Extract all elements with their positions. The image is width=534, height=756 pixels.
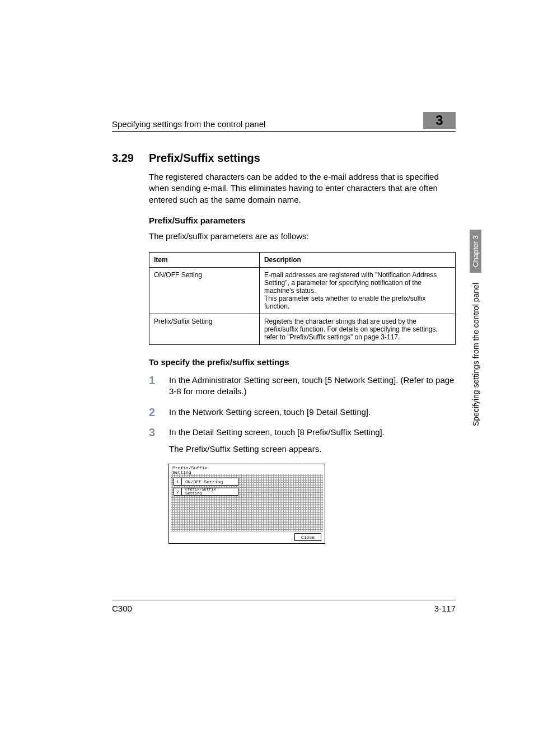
step-number: 3	[149, 427, 159, 455]
parameters-heading: Prefix/Suffix parameters	[149, 216, 456, 225]
page: Specifying settings from the control pan…	[0, 0, 534, 756]
step-text: In the Detail Setting screen, touch [8 P…	[169, 427, 385, 455]
cell-desc: E-mail addresses are registered with "No…	[259, 268, 455, 314]
page-footer: C300 3-117	[112, 600, 456, 613]
cell-desc: Registers the character strings that are…	[259, 314, 455, 345]
screenshot-close-button: Close	[294, 533, 321, 541]
side-tab-group: Chapter 3 Specifying settings from the c…	[470, 230, 481, 426]
step-subtext: The Prefix/Suffix Setting screen appears…	[169, 444, 385, 455]
chapter-number: 3	[435, 113, 443, 128]
screenshot-button-label: Prefix/Suffix Setting	[182, 488, 219, 496]
screenshot-button-number: 1	[174, 478, 182, 485]
col-header-description: Description	[259, 253, 455, 268]
procedure-heading: To specify the prefix/suffix settings	[149, 357, 456, 367]
step: 3 In the Detail Setting screen, touch [8…	[149, 427, 456, 455]
table-row: ON/OFF Setting E-mail addresses are regi…	[149, 268, 456, 314]
running-header: Specifying settings from the control pan…	[112, 112, 456, 132]
cell-item: ON/OFF Setting	[149, 268, 260, 314]
section-title: Prefix/Suffix settings	[149, 152, 260, 165]
procedure-steps: 1 In the Administrator Setting screen, t…	[149, 375, 456, 455]
step-number: 2	[149, 407, 159, 418]
chapter-tab: Chapter 3	[470, 230, 481, 273]
screenshot-button-number: 2	[174, 488, 182, 495]
screenshot-button-prefixsuffix: 2 Prefix/Suffix Setting	[174, 488, 238, 496]
screenshot-title: Prefix/Suffix Setting	[172, 466, 207, 475]
table-row: Prefix/Suffix Setting Registers the char…	[149, 314, 456, 345]
body-column: The registered characters can be added t…	[149, 171, 456, 544]
footer-page-number: 3-117	[434, 604, 456, 613]
step-text: In the Network Setting screen, touch [9 …	[169, 407, 371, 418]
parameters-lead: The prefix/suffix parameters are as foll…	[149, 231, 456, 242]
section-heading-row: 3.29 Prefix/Suffix settings	[112, 152, 456, 165]
step-number: 1	[149, 375, 159, 398]
step: 1 In the Administrator Setting screen, t…	[149, 375, 456, 398]
section-number: 3.29	[112, 152, 140, 165]
table-header-row: Item Description	[149, 253, 456, 268]
chapter-number-box: 3	[423, 112, 456, 129]
screenshot-button-label: ON/OFF Setting	[182, 479, 226, 484]
embedded-screenshot: Prefix/Suffix Setting 1 ON/OFF Setting 2…	[168, 464, 325, 544]
step-text: In the Administrator Setting screen, tou…	[169, 375, 456, 398]
col-header-item: Item	[149, 253, 260, 268]
footer-model: C300	[112, 604, 132, 613]
parameters-table: Item Description ON/OFF Setting E-mail a…	[149, 252, 456, 345]
running-header-text: Specifying settings from the control pan…	[112, 119, 265, 129]
screenshot-button-onoff: 1 ON/OFF Setting	[174, 478, 238, 486]
step: 2 In the Network Setting screen, touch […	[149, 407, 456, 418]
step-text-main: In the Detail Setting screen, touch [8 P…	[169, 427, 385, 437]
cell-item: Prefix/Suffix Setting	[149, 314, 260, 345]
side-running-title: Specifying settings from the control pan…	[471, 283, 480, 426]
section-intro: The registered characters can be added t…	[149, 171, 456, 206]
